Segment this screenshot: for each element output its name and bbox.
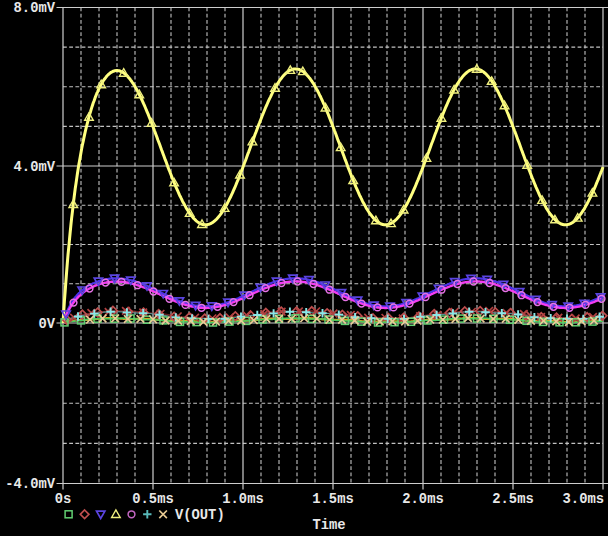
- svg-text:0V: 0V: [38, 317, 55, 332]
- svg-text:2.5ms: 2.5ms: [492, 492, 533, 507]
- svg-text:-4.0mV: -4.0mV: [5, 477, 55, 492]
- svg-text:Time: Time: [312, 518, 345, 533]
- svg-text:1.5ms: 1.5ms: [312, 492, 353, 507]
- svg-text:V(OUT): V(OUT): [175, 508, 225, 523]
- svg-text:4.0mV: 4.0mV: [14, 160, 56, 175]
- svg-text:0s: 0s: [55, 492, 72, 507]
- svg-text:8.0mV: 8.0mV: [14, 1, 56, 16]
- svg-text:2.0ms: 2.0ms: [402, 492, 443, 507]
- svg-text:0.5ms: 0.5ms: [132, 492, 173, 507]
- svg-text:1.0ms: 1.0ms: [222, 492, 263, 507]
- svg-text:3.0ms: 3.0ms: [563, 492, 604, 507]
